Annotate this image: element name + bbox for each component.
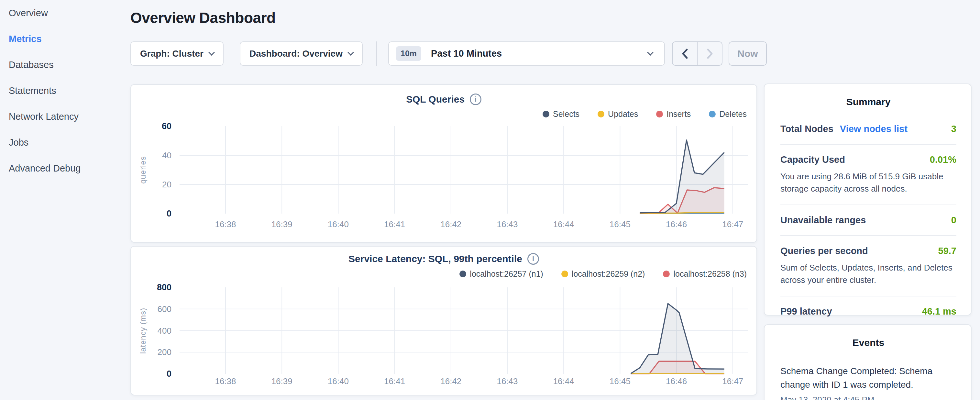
chevron-down-icon (647, 49, 654, 56)
chevron-left-icon (679, 46, 690, 61)
sidebar-item-jobs[interactable]: Jobs (0, 129, 129, 155)
sidebar-nav: Overview Metrics Databases Statements Ne… (0, 0, 129, 400)
summary-title: Summary (780, 96, 956, 107)
summary-row-value: 59.7 (938, 245, 956, 256)
summary-row-value: 0 (951, 215, 956, 226)
sidebar-item-network-latency[interactable]: Network Latency (0, 104, 129, 129)
summary-panel: Summary Total Nodes View nodes list 3 Ca… (764, 83, 972, 316)
y-tick-label: 600 (131, 303, 172, 315)
x-tick-label: 16:45 (597, 218, 643, 230)
sidebar-item-metrics[interactable]: Metrics (0, 26, 129, 52)
graph-selector-value: Graph: Cluster (140, 49, 204, 59)
chevron-down-icon (208, 49, 215, 56)
graph-selector-dropdown[interactable]: Graph: Cluster (130, 41, 224, 66)
summary-row-label: P99 latency (780, 306, 832, 317)
x-tick-label: 16:41 (372, 218, 417, 230)
x-tick-label: 16:44 (541, 375, 586, 387)
y-tick-label: 0 (131, 368, 172, 379)
time-range-value: Past 10 Minutes (431, 48, 502, 59)
x-tick-label: 16:42 (428, 375, 474, 387)
y-tick-label: 20 (131, 178, 172, 190)
x-tick-label: 16:45 (597, 375, 643, 387)
summary-row-value: 46.1 ms (922, 306, 956, 317)
x-tick-label: 16:47 (710, 375, 756, 387)
divider (780, 296, 956, 296)
y-tick-label: 400 (131, 325, 172, 336)
y-tick-label: 200 (131, 346, 172, 358)
summary-row: Unavailable ranges 0 (780, 215, 956, 226)
overview-dashboard-page: Overview Metrics Databases Statements Ne… (0, 0, 980, 400)
toolbar-divider (376, 41, 377, 66)
summary-row-value: 3 (951, 124, 956, 134)
sidebar-item-advanced-debug[interactable]: Advanced Debug (0, 155, 129, 181)
chart-plot-area[interactable] (131, 247, 758, 396)
x-tick-label: 16:47 (710, 218, 756, 230)
x-tick-label: 16:42 (428, 218, 474, 230)
x-tick-label: 16:41 (372, 375, 417, 387)
y-tick-label: 0 (131, 208, 172, 220)
x-tick-label: 16:43 (485, 218, 530, 230)
summary-row-label: Queries per second (780, 245, 868, 256)
x-tick-label: 16:40 (315, 375, 361, 387)
sidebar-item-databases[interactable]: Databases (0, 52, 129, 78)
time-range-step-buttons (672, 41, 722, 66)
dashboard-selector-dropdown[interactable]: Dashboard: Overview (240, 41, 363, 66)
summary-row: Queries per second 59.7 (780, 245, 956, 256)
events-title: Events (780, 337, 956, 348)
y-tick-label: 800 (131, 282, 172, 293)
y-tick-label: 60 (131, 120, 172, 132)
sidebar-item-statements[interactable]: Statements (0, 78, 129, 104)
event-item: Schema Change Completed: Schema change w… (780, 364, 956, 400)
summary-row-label: Total Nodes (780, 124, 834, 134)
events-panel: Events Schema Change Completed: Schema c… (764, 324, 972, 400)
event-timestamp: May 13, 2020 at 4:45 PM (780, 395, 956, 400)
divider (780, 144, 956, 145)
prev-range-button[interactable] (673, 42, 697, 65)
now-button[interactable]: Now (729, 41, 767, 66)
event-message: Schema Change Completed: Schema change w… (780, 364, 956, 392)
summary-row: Capacity Used 0.01% (780, 155, 956, 165)
x-tick-label: 16:46 (654, 375, 699, 387)
summary-row: P99 latency 46.1 ms (780, 306, 956, 317)
y-tick-label: 40 (131, 150, 172, 161)
x-tick-label: 16:40 (315, 218, 361, 230)
page-title: Overview Dashboard (130, 9, 276, 27)
divider (780, 235, 956, 236)
time-range-badge: 10m (396, 46, 421, 61)
x-tick-label: 16:43 (485, 375, 530, 387)
x-tick-label: 16:38 (203, 375, 248, 387)
dashboard-selector-value: Dashboard: Overview (250, 49, 343, 59)
view-nodes-list-link[interactable]: View nodes list (840, 124, 908, 134)
chevron-down-icon (347, 49, 354, 56)
summary-row-description: You are using 28.6 MiB of 515.9 GiB usab… (780, 170, 956, 195)
divider (780, 204, 956, 205)
summary-row-label: Capacity Used (780, 155, 845, 165)
x-tick-label: 16:39 (259, 218, 304, 230)
sql-queries-chart-card: SQL Queries i SelectsUpdatesInsertsDelet… (130, 84, 757, 243)
x-tick-label: 16:44 (541, 218, 586, 230)
x-tick-label: 16:39 (259, 375, 304, 387)
x-tick-label: 16:38 (203, 218, 248, 230)
service-latency-chart-card: Service Latency: SQL, 99th percentile i … (130, 246, 757, 395)
summary-row: Total Nodes View nodes list 3 (780, 124, 956, 134)
chevron-right-icon (704, 46, 715, 61)
time-range-selector[interactable]: 10m Past 10 Minutes (388, 41, 665, 66)
summary-row-description: Sum of Selects, Updates, Inserts, and De… (780, 261, 956, 286)
summary-row-label: Unavailable ranges (780, 215, 866, 226)
next-range-button[interactable] (697, 42, 722, 65)
x-tick-label: 16:46 (654, 218, 699, 230)
sidebar-item-overview[interactable]: Overview (0, 0, 129, 26)
summary-row-value: 0.01% (930, 155, 956, 165)
